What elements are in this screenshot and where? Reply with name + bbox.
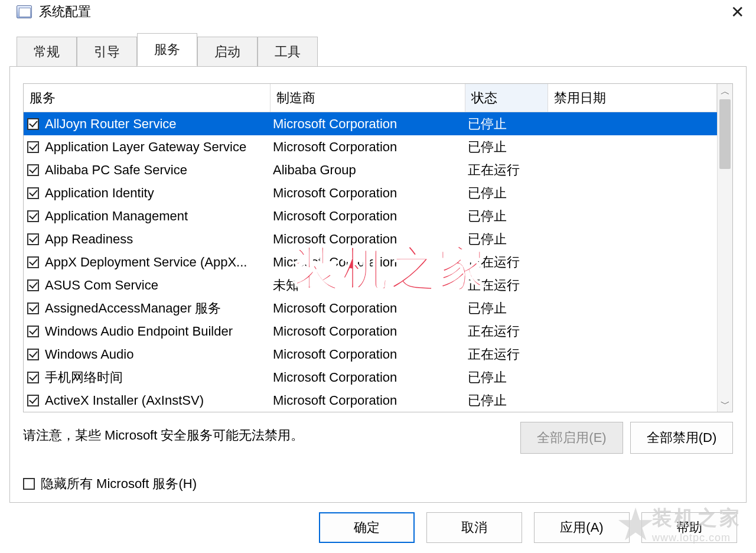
row-checkbox[interactable] bbox=[27, 187, 39, 199]
row-checkbox[interactable] bbox=[27, 349, 39, 360]
row-checkbox[interactable] bbox=[27, 210, 39, 222]
state: 已停止 bbox=[465, 392, 548, 409]
tab-services[interactable]: 服务 bbox=[137, 33, 197, 66]
manufacturer: Microsoft Corporation bbox=[271, 347, 465, 362]
service-name: Application Layer Gateway Service bbox=[45, 139, 246, 155]
table-row[interactable]: AllJoyn Router ServiceMicrosoft Corporat… bbox=[24, 112, 717, 135]
col-state[interactable]: 状态 bbox=[465, 84, 548, 112]
table-header: 服务 制造商 状态 禁用日期 bbox=[24, 84, 717, 112]
scroll-down-icon[interactable]: ﹀ bbox=[718, 396, 732, 412]
enable-all-button[interactable]: 全部启用(E) bbox=[520, 422, 623, 454]
apply-button[interactable]: 应用(A) bbox=[534, 512, 630, 543]
col-disable-date[interactable]: 禁用日期 bbox=[548, 84, 717, 112]
service-name: ASUS Com Service bbox=[45, 278, 158, 293]
manufacturer: Microsoft Corporation bbox=[271, 139, 465, 155]
tab-boot[interactable]: 引导 bbox=[77, 37, 137, 67]
table-row[interactable]: Windows AudioMicrosoft Corporation正在运行 bbox=[24, 343, 717, 366]
state: 正在运行 bbox=[465, 253, 548, 271]
table-row[interactable]: Windows Audio Endpoint BuilderMicrosoft … bbox=[24, 320, 717, 343]
table-row[interactable]: Application Layer Gateway ServiceMicroso… bbox=[24, 135, 717, 158]
manufacturer: Microsoft Corporation bbox=[271, 255, 465, 270]
row-checkbox[interactable] bbox=[27, 164, 39, 176]
state: 已停止 bbox=[465, 369, 548, 386]
window-title: 系统配置 bbox=[39, 3, 91, 21]
cancel-button[interactable]: 取消 bbox=[426, 512, 522, 543]
manufacturer: Microsoft Corporation bbox=[271, 186, 465, 201]
row-checkbox[interactable] bbox=[27, 141, 39, 153]
manufacturer: Microsoft Corporation bbox=[271, 393, 465, 408]
scroll-up-icon[interactable]: ︿ bbox=[718, 84, 732, 99]
service-name: App Readiness bbox=[45, 232, 133, 247]
row-checkbox[interactable] bbox=[27, 256, 39, 268]
state: 已停止 bbox=[465, 115, 548, 133]
service-name: Application Management bbox=[45, 209, 188, 224]
hide-ms-label: 隐藏所有 Microsoft 服务(H) bbox=[41, 475, 197, 493]
row-checkbox[interactable] bbox=[27, 302, 39, 314]
service-name: 手机网络时间 bbox=[45, 369, 123, 386]
service-name: Application Identity bbox=[45, 186, 154, 201]
tabstrip: 常规 引导 服务 启动 工具 bbox=[17, 37, 756, 66]
hide-ms-checkbox-row[interactable]: 隐藏所有 Microsoft 服务(H) bbox=[23, 475, 733, 493]
tab-tools[interactable]: 工具 bbox=[258, 37, 318, 67]
col-service[interactable]: 服务 bbox=[24, 84, 271, 112]
manufacturer: 未知 bbox=[271, 276, 465, 294]
app-icon bbox=[17, 5, 32, 18]
help-button[interactable]: 帮助 bbox=[641, 512, 737, 543]
row-checkbox[interactable] bbox=[27, 279, 39, 291]
close-button[interactable]: ✕ bbox=[723, 0, 751, 24]
scrollbar[interactable]: ︿ ﹀ bbox=[717, 84, 732, 412]
state: 已停止 bbox=[465, 184, 548, 202]
manufacturer: Microsoft Corporation bbox=[271, 116, 465, 132]
tab-startup[interactable]: 启动 bbox=[197, 37, 258, 67]
table-row[interactable]: ASUS Com Service未知正在运行 bbox=[24, 274, 717, 297]
service-name: Windows Audio bbox=[45, 347, 133, 362]
table-row[interactable]: AppX Deployment Service (AppX...Microsof… bbox=[24, 251, 717, 274]
manufacturer: Microsoft Corporation bbox=[271, 370, 465, 385]
state: 正在运行 bbox=[465, 346, 548, 363]
service-name: ActiveX Installer (AxInstSV) bbox=[45, 393, 204, 408]
table-row[interactable]: ActiveX Installer (AxInstSV)Microsoft Co… bbox=[24, 389, 717, 412]
dialog-footer: 确定 取消 应用(A) 帮助 bbox=[0, 512, 756, 553]
scroll-thumb[interactable] bbox=[719, 99, 731, 169]
service-name: AppX Deployment Service (AppX... bbox=[45, 255, 247, 270]
row-checkbox[interactable] bbox=[27, 372, 39, 383]
state: 已停止 bbox=[465, 230, 548, 248]
manufacturer: Alibaba Group bbox=[271, 162, 465, 178]
table-row[interactable]: Application IdentityMicrosoft Corporatio… bbox=[24, 181, 717, 204]
msconfig-window: 系统配置 ✕ 常规 引导 服务 启动 工具 装机之家 服务 制造商 状态 禁用日… bbox=[0, 0, 756, 553]
table-row[interactable]: AssignedAccessManager 服务Microsoft Corpor… bbox=[24, 297, 717, 320]
services-table: 服务 制造商 状态 禁用日期 AllJoyn Router ServiceMic… bbox=[23, 83, 733, 412]
disable-all-button[interactable]: 全部禁用(D) bbox=[630, 422, 733, 454]
table-row[interactable]: App ReadinessMicrosoft Corporation已停止 bbox=[24, 227, 717, 251]
row-checkbox[interactable] bbox=[27, 233, 39, 245]
table-row[interactable]: 手机网络时间Microsoft Corporation已停止 bbox=[24, 366, 717, 389]
hide-ms-checkbox[interactable] bbox=[23, 478, 35, 490]
row-checkbox[interactable] bbox=[27, 326, 39, 337]
row-checkbox[interactable] bbox=[27, 395, 39, 406]
col-manufacturer[interactable]: 制造商 bbox=[271, 84, 465, 112]
row-checkbox[interactable] bbox=[27, 118, 39, 130]
manufacturer: Microsoft Corporation bbox=[271, 301, 465, 316]
service-name: Windows Audio Endpoint Builder bbox=[45, 324, 233, 339]
state: 已停止 bbox=[465, 138, 548, 156]
state: 已停止 bbox=[465, 300, 548, 317]
service-name: AssignedAccessManager 服务 bbox=[45, 300, 221, 317]
table-row[interactable]: Application ManagementMicrosoft Corporat… bbox=[24, 204, 717, 227]
tab-general[interactable]: 常规 bbox=[17, 37, 77, 67]
manufacturer: Microsoft Corporation bbox=[271, 324, 465, 339]
ok-button[interactable]: 确定 bbox=[319, 512, 415, 543]
service-name: Alibaba PC Safe Service bbox=[45, 162, 187, 178]
table-row[interactable]: Alibaba PC Safe ServiceAlibaba Group正在运行 bbox=[24, 158, 717, 181]
table-body: AllJoyn Router ServiceMicrosoft Corporat… bbox=[24, 112, 717, 412]
state: 已停止 bbox=[465, 207, 548, 225]
titlebar: 系统配置 ✕ bbox=[0, 0, 756, 24]
scroll-track[interactable] bbox=[718, 99, 732, 396]
state: 正在运行 bbox=[465, 161, 548, 179]
service-name: AllJoyn Router Service bbox=[45, 116, 177, 132]
disable-note: 请注意，某些 Microsoft 安全服务可能无法禁用。 bbox=[23, 422, 513, 444]
manufacturer: Microsoft Corporation bbox=[271, 209, 465, 224]
state: 正在运行 bbox=[465, 276, 548, 294]
manufacturer: Microsoft Corporation bbox=[271, 232, 465, 247]
state: 正在运行 bbox=[465, 323, 548, 340]
services-panel: 装机之家 服务 制造商 状态 禁用日期 AllJoyn Router Servi… bbox=[9, 66, 747, 503]
